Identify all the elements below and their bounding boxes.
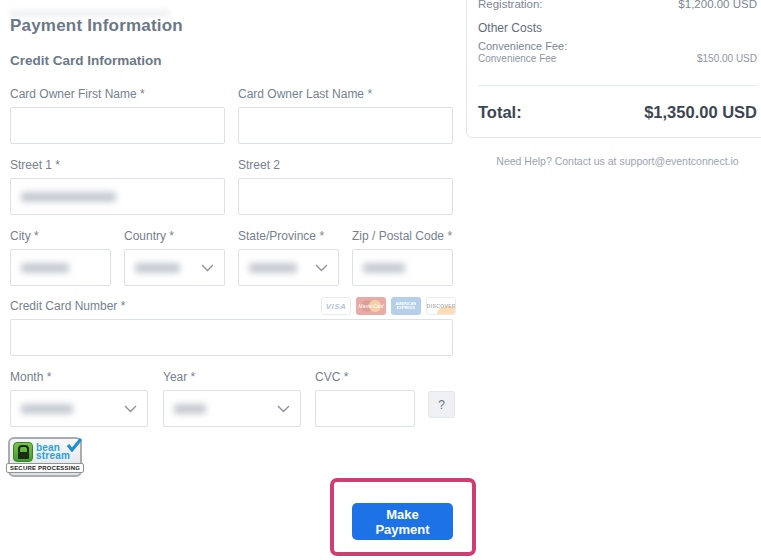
cvc-label: CVC *: [315, 370, 348, 384]
year-label: Year *: [163, 370, 195, 384]
beanstream-badge: bean stream SECURE PROCESSING: [8, 437, 82, 477]
card-brand-icons: VISA MasterCard AMERICAN EXPRESS DISCOVE…: [321, 297, 456, 315]
amex-icon: AMERICAN EXPRESS: [391, 297, 421, 315]
badge-caption: SECURE PROCESSING: [6, 463, 84, 473]
other-costs-heading: Other Costs: [478, 21, 542, 35]
zip-input[interactable]: [352, 249, 453, 286]
redacted-value: [21, 192, 116, 202]
card-number-label: Credit Card Number *: [10, 299, 125, 313]
checkmark-icon: [66, 438, 82, 452]
convenience-fee-value: $150.00 USD: [697, 53, 757, 64]
page-title: Payment Information: [10, 16, 183, 36]
need-help-text: Need Help? Contact us at support@eventco…: [478, 155, 757, 167]
mastercard-icon: MasterCard: [356, 297, 386, 315]
chevron-down-icon: [315, 264, 328, 272]
first-name-label: Card Owner First Name *: [10, 87, 145, 101]
cvc-input[interactable]: [315, 390, 415, 427]
street1-input[interactable]: [10, 178, 225, 215]
street2-input[interactable]: [238, 178, 453, 215]
total-value: $1,350.00 USD: [644, 103, 757, 122]
lock-icon: [13, 442, 33, 462]
city-input[interactable]: [10, 249, 111, 286]
month-select[interactable]: [10, 390, 148, 427]
last-name-label: Card Owner Last Name *: [238, 87, 372, 101]
chevron-down-icon: [201, 264, 214, 272]
redacted-value: [21, 263, 69, 273]
city-label: City *: [10, 229, 39, 243]
card-number-input[interactable]: [10, 319, 453, 356]
badge-brand-bottom: stream: [36, 452, 70, 460]
discover-icon: DISCOVER: [426, 297, 456, 315]
country-select[interactable]: [124, 249, 225, 286]
cvc-help-button[interactable]: ?: [428, 391, 455, 418]
visa-icon: VISA: [321, 297, 351, 315]
street1-label: Street 1 *: [10, 158, 60, 172]
state-select[interactable]: [238, 249, 339, 286]
make-payment-button[interactable]: Make Payment: [352, 503, 453, 540]
registration-value: $1,200.00 USD: [678, 0, 757, 10]
convenience-fee-heading: Convenience Fee:: [478, 40, 567, 52]
last-name-input[interactable]: [238, 107, 453, 144]
section-title: Credit Card Information: [10, 53, 162, 68]
redacted-value: [135, 263, 180, 273]
chevron-down-icon: [124, 405, 137, 413]
redacted-value: [249, 263, 297, 273]
redacted-value: [363, 263, 405, 273]
zip-label: Zip / Postal Code *: [352, 229, 452, 243]
convenience-fee-row: Convenience Fee $150.00 USD: [478, 53, 757, 64]
month-label: Month *: [10, 370, 51, 384]
redacted-value: [174, 404, 206, 414]
summary-divider: [478, 85, 757, 86]
total-row: Total: $1,350.00 USD: [478, 103, 757, 122]
first-name-input[interactable]: [10, 107, 225, 144]
state-label: State/Province *: [238, 229, 324, 243]
redacted-value: [21, 404, 73, 414]
convenience-fee-item: Convenience Fee: [478, 53, 556, 64]
total-label: Total:: [478, 103, 522, 122]
registration-row: Registration: $1,200.00 USD: [478, 0, 757, 10]
year-select[interactable]: [163, 390, 301, 427]
country-label: Country *: [124, 229, 174, 243]
street2-label: Street 2: [238, 158, 280, 172]
registration-label: Registration:: [478, 0, 543, 10]
chevron-down-icon: [277, 405, 290, 413]
